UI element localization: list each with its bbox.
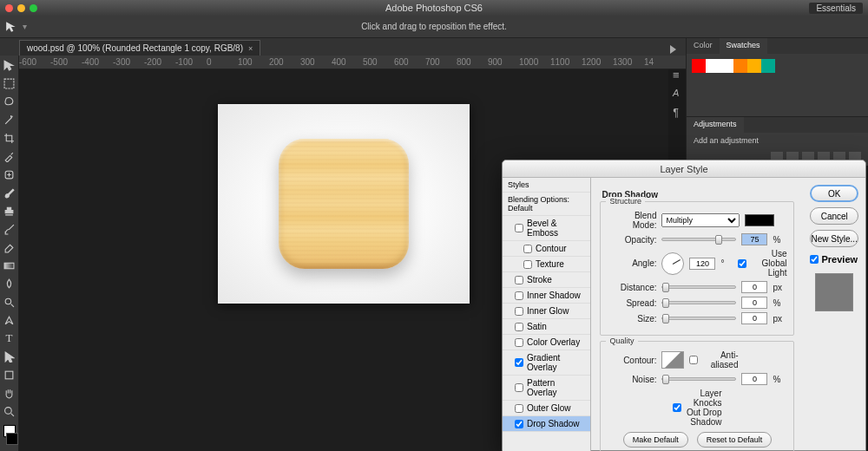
properties-panel-icon[interactable]: [666, 62, 680, 75]
style-row-inner-shadow[interactable]: Inner Shadow: [503, 288, 590, 304]
style-row-gradient-overlay[interactable]: Gradient Overlay: [503, 350, 590, 376]
style-row-contour[interactable]: Contour: [503, 241, 590, 257]
crop-tool[interactable]: [2, 130, 17, 146]
history-panel-icon[interactable]: [666, 43, 680, 56]
hand-tool[interactable]: [2, 385, 17, 401]
style-checkbox[interactable]: [515, 307, 523, 316]
move-tool[interactable]: [2, 57, 17, 73]
noise-input[interactable]: [741, 373, 767, 385]
size-input[interactable]: [741, 312, 767, 324]
noise-slider[interactable]: [661, 377, 736, 381]
angle-label: Angle:: [608, 258, 656, 268]
style-label: Satin: [527, 322, 547, 331]
style-checkbox[interactable]: [523, 245, 532, 253]
character-panel-icon[interactable]: [666, 82, 680, 94]
history-brush-tool[interactable]: [2, 221, 17, 237]
style-row-satin[interactable]: Satin: [503, 319, 590, 335]
style-row-drop-shadow[interactable]: Drop Shadow: [503, 416, 590, 432]
marquee-tool[interactable]: [2, 75, 17, 91]
pct-unit: %: [773, 235, 785, 245]
contour-picker[interactable]: [661, 351, 684, 369]
use-global-light[interactable]: Use Global Light: [738, 249, 786, 278]
swatch[interactable]: [733, 59, 747, 73]
style-row-pattern-overlay[interactable]: Pattern Overlay: [503, 376, 590, 401]
close-tab-icon[interactable]: ×: [248, 44, 253, 53]
tab-swatches[interactable]: Swatches: [720, 38, 767, 54]
tab-adjustments[interactable]: Adjustments: [687, 117, 744, 133]
wood-icon-layer[interactable]: [279, 139, 409, 269]
swatch[interactable]: [706, 59, 720, 73]
background-color[interactable]: [6, 433, 18, 445]
paragraph-panel-icon[interactable]: [666, 101, 680, 113]
style-checkbox[interactable]: [515, 338, 523, 347]
style-row-outer-glow[interactable]: Outer Glow: [503, 401, 590, 416]
ok-button[interactable]: OK: [810, 185, 858, 202]
noise-label: Noise:: [608, 375, 656, 384]
style-checkbox[interactable]: [515, 358, 523, 367]
style-checkbox[interactable]: [523, 260, 532, 269]
style-checkbox[interactable]: [515, 404, 523, 413]
swatch[interactable]: [761, 59, 775, 73]
style-row-texture[interactable]: Texture: [503, 257, 590, 272]
lasso-tool[interactable]: [2, 94, 17, 109]
workspace-switcher[interactable]: Essentials: [809, 3, 863, 14]
reset-default-button[interactable]: Reset to Default: [697, 432, 773, 448]
wand-tool[interactable]: [2, 112, 17, 127]
style-row-color-overlay[interactable]: Color Overlay: [503, 335, 590, 350]
style-checkbox[interactable]: [515, 291, 523, 300]
preview-thumbnail: [815, 273, 853, 311]
cancel-button[interactable]: Cancel: [810, 207, 858, 225]
spread-input[interactable]: [741, 297, 767, 309]
opacity-slider[interactable]: [661, 238, 736, 241]
tab-color[interactable]: Color: [687, 38, 720, 54]
style-label: Color Overlay: [527, 337, 580, 347]
shadow-color[interactable]: [745, 214, 774, 226]
style-row-inner-glow[interactable]: Inner Glow: [503, 304, 590, 319]
swatch[interactable]: [692, 59, 706, 73]
spread-slider[interactable]: [661, 301, 736, 304]
healing-tool[interactable]: [2, 167, 17, 182]
dodge-tool[interactable]: [2, 294, 17, 310]
zoom-tool[interactable]: [2, 403, 17, 419]
style-row-stroke[interactable]: Stroke: [503, 272, 590, 288]
ruler-mark: 800: [457, 57, 471, 67]
style-checkbox[interactable]: [515, 383, 523, 392]
anti-aliased[interactable]: Anti-aliased: [689, 350, 738, 369]
blending-options[interactable]: Blending Options: Default: [503, 193, 590, 216]
knockout-checkbox[interactable]: Layer Knocks Out Drop Shadow: [673, 389, 721, 427]
distance-input[interactable]: [741, 281, 767, 293]
dialog-title: Layer Style: [503, 160, 865, 178]
new-style-button[interactable]: New Style...: [810, 230, 858, 247]
ruler-mark: 700: [425, 57, 440, 67]
make-default-button[interactable]: Make Default: [623, 432, 688, 448]
path-select-tool[interactable]: [2, 349, 17, 364]
eyedropper-tool[interactable]: [2, 148, 17, 164]
quality-legend: Quality: [606, 337, 637, 345]
gradient-tool[interactable]: [2, 258, 17, 273]
blur-tool[interactable]: [2, 276, 17, 291]
document-tab[interactable]: wood.psd @ 100% (Rounded Rectangle 1 cop…: [19, 40, 260, 56]
color-panel-tabs: Color Swatches: [687, 38, 868, 54]
opacity-input[interactable]: [741, 233, 767, 245]
style-checkbox[interactable]: [515, 323, 523, 331]
style-checkbox[interactable]: [515, 276, 523, 284]
styles-header[interactable]: Styles: [503, 178, 590, 193]
preview-checkbox[interactable]: Preview: [810, 254, 858, 265]
blend-mode-select[interactable]: Multiply: [661, 213, 740, 227]
type-tool[interactable]: T: [2, 330, 17, 346]
style-checkbox[interactable]: [515, 224, 523, 232]
style-checkbox[interactable]: [515, 420, 523, 428]
swatch[interactable]: [720, 59, 733, 73]
stamp-tool[interactable]: [2, 203, 17, 219]
pen-tool[interactable]: [2, 312, 17, 328]
style-label: Texture: [536, 259, 564, 269]
swatch[interactable]: [747, 59, 761, 73]
shape-tool[interactable]: [2, 367, 17, 382]
angle-dial[interactable]: [661, 252, 684, 275]
distance-slider[interactable]: [661, 285, 736, 289]
brush-tool[interactable]: [2, 185, 17, 200]
style-row-bevel-emboss[interactable]: Bevel & Emboss: [503, 216, 590, 241]
size-slider[interactable]: [661, 317, 736, 320]
eraser-tool[interactable]: [2, 239, 17, 255]
angle-input[interactable]: [689, 258, 715, 270]
